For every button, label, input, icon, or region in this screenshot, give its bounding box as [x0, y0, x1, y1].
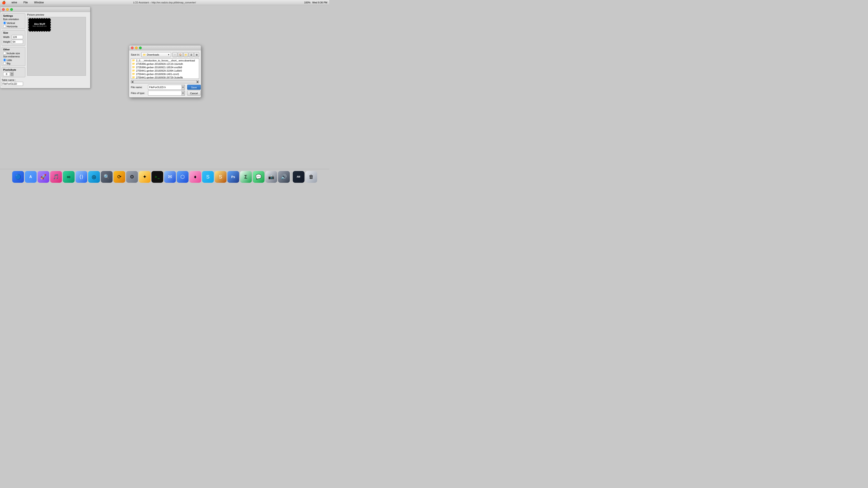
new-folder-button[interactable]: 📁	[183, 52, 188, 57]
menubar-window[interactable]: Window	[33, 0, 45, 4]
vertical-label: Vertical	[7, 22, 15, 24]
view-detail-button[interactable]: ⊞	[194, 52, 199, 57]
dock-terminal[interactable]: > _	[151, 171, 163, 183]
pixels-input[interactable]	[3, 72, 10, 76]
file-list[interactable]: 📁 2_0_-_introduction_to_forces__short_.w…	[131, 59, 199, 79]
dock-appstore[interactable]: A	[25, 171, 37, 183]
cancel-button[interactable]: Cancel	[187, 91, 201, 96]
dock-ide[interactable]: ✦	[139, 171, 151, 183]
dock-volume-icon: 🔊	[281, 174, 287, 180]
dock-syspref-icon: ⚙	[130, 174, 134, 180]
big-radio-row[interactable]: Big	[3, 62, 24, 65]
dock-mail-icon: ✉	[168, 174, 172, 180]
dialog-maximize[interactable]	[139, 46, 142, 49]
other-group: Other Include size Size endianness Littl…	[2, 47, 25, 66]
vertical-radio-row[interactable]: Vertical	[3, 22, 24, 24]
width-input[interactable]	[12, 35, 23, 39]
little-radio[interactable]	[3, 59, 6, 61]
horizontal-radio-row[interactable]: Horizonta	[3, 25, 24, 28]
dock-volume[interactable]: 🔊	[278, 171, 290, 183]
dock-safari[interactable]: ◎	[88, 171, 100, 183]
file-icon-2: 📁	[132, 66, 135, 69]
file-icon-0: 📁	[132, 59, 135, 62]
dialog-close[interactable]	[131, 46, 133, 49]
dock-finder2-icon: 🔍	[103, 174, 110, 180]
dock-timemachine[interactable]: ⟳	[114, 171, 125, 183]
file-name-input[interactable]	[148, 85, 181, 90]
maximize-button[interactable]	[10, 8, 13, 11]
dock-scrivener[interactable]: S	[215, 171, 226, 183]
file-item-2[interactable]: 📁 2735996-gerber-20160921-16534-xvs9b9	[131, 66, 199, 69]
app-titlebar	[0, 7, 90, 12]
dock-launch2[interactable]: ⟨⟩	[75, 171, 87, 183]
dock-sigma[interactable]: Σ	[240, 171, 252, 183]
horizontal-radio[interactable]	[3, 25, 6, 28]
dock-camo[interactable]: ♦	[189, 171, 201, 183]
orientation-group: Vertical Horizonta	[3, 22, 24, 28]
spin-up[interactable]: ▲	[10, 72, 13, 74]
dock-finder[interactable]: 🔵	[12, 171, 24, 183]
dock-alexwulff[interactable]: AW	[293, 171, 305, 183]
dock-scrivener-icon: S	[219, 174, 222, 180]
save-in-row: Save in: 📁 Downloads ▼ ↑ 🏠 📁 ☰ ⊞	[131, 52, 199, 57]
dropdown-arrow: ▼	[168, 54, 169, 56]
dock: 🔵 A 🚀 🎵 ∞ ⟨⟩ ◎ 🔍 ⟳ ⚙ ✦ > _ ✉ ⬡ ♦ S S	[0, 169, 329, 184]
menubar-wine[interactable]: wine	[10, 0, 19, 4]
file-item-0[interactable]: 📁 2_0_-_introduction_to_forces__short_.w…	[131, 59, 199, 62]
include-size-checkbox[interactable]	[3, 52, 6, 55]
dock-finder2[interactable]: 🔍	[101, 171, 113, 183]
files-of-type-arrow[interactable]: ▼	[181, 91, 185, 96]
files-of-type-combo[interactable]: ▼	[148, 91, 185, 96]
little-radio-row[interactable]: Little	[3, 59, 24, 61]
view-list-button[interactable]: ☰	[189, 52, 194, 57]
scroll-left[interactable]: ◀	[131, 80, 133, 84]
file-name-arrow[interactable]: ▼	[181, 85, 185, 90]
save-dialog: Save in: 📁 Downloads ▼ ↑ 🏠 📁 ☰ ⊞ 📁 2_0_-…	[129, 45, 201, 98]
vertical-radio[interactable]	[3, 22, 6, 24]
dock-mail[interactable]: ✉	[164, 171, 176, 183]
file-icon-4: 📁	[132, 72, 135, 75]
table-name-input[interactable]	[2, 82, 23, 86]
dock-iphoto[interactable]: 📷	[266, 171, 277, 183]
table-name-label: Table name :	[2, 78, 25, 81]
picture-preview: Picture preview Alex Wulff Web: AlexWulf…	[27, 13, 89, 87]
horizontal-scrollbar[interactable]: ◀ ▶	[131, 80, 199, 84]
dock-messages[interactable]: 💬	[253, 171, 265, 183]
dock-ide-icon: ✦	[143, 174, 147, 180]
file-item-4[interactable]: 📁 2759441-gerber-20160930-1401-rznrt1	[131, 72, 199, 76]
save-button[interactable]: Save	[187, 85, 201, 90]
save-in-dropdown[interactable]: 📁 Downloads ▼	[141, 52, 171, 57]
dock-itunes[interactable]: 🎵	[50, 171, 62, 183]
nav-up-button[interactable]: ↑	[173, 52, 178, 57]
menubar-file[interactable]: File	[22, 0, 29, 4]
apple-menu[interactable]: 🍎	[2, 1, 6, 4]
dock-launchpad[interactable]: 🚀	[37, 171, 49, 183]
spin-down[interactable]: ▼	[10, 74, 13, 76]
include-size-row[interactable]: Include size	[3, 52, 24, 55]
dock-skype-icon: S	[206, 174, 210, 180]
scroll-right[interactable]: ▶	[196, 80, 199, 84]
dock-photoshop[interactable]: Ps	[227, 171, 239, 183]
files-of-type-input[interactable]	[148, 91, 181, 96]
size-group-label: Size	[3, 31, 24, 34]
dock-safari-icon: ◎	[92, 174, 96, 180]
dialog-minimize[interactable]	[135, 46, 138, 49]
scroll-track[interactable]	[133, 80, 196, 84]
dock-carbide[interactable]: ⬡	[177, 171, 188, 183]
files-of-type-label: Files of type:	[131, 92, 147, 94]
settings-label: Settings	[3, 14, 24, 17]
dock-arduino[interactable]: ∞	[63, 171, 74, 183]
file-item-5[interactable]: 📁 2759441-gerber-20160930-26729-3cdw9b	[131, 76, 199, 79]
height-input[interactable]	[12, 40, 23, 44]
dock-trash[interactable]: 🗑	[305, 171, 317, 183]
nav-home-button[interactable]: 🏠	[178, 52, 183, 57]
close-button[interactable]	[2, 8, 5, 11]
dock-syspref[interactable]: ⚙	[126, 171, 138, 183]
file-name-combo[interactable]: ▼	[148, 85, 185, 90]
file-item-3[interactable]: 📁 2759441-gerber-20160929-31994-1u6ltr0	[131, 69, 199, 72]
file-name-3: 2759441-gerber-20160929-31994-1u6ltr0	[136, 69, 182, 72]
file-item-1[interactable]: 📁 2735996-gerber-20160920-12119-1bx4olh	[131, 62, 199, 66]
dock-skype[interactable]: S	[202, 171, 214, 183]
big-radio[interactable]	[3, 62, 6, 65]
minimize-button[interactable]	[6, 8, 9, 11]
